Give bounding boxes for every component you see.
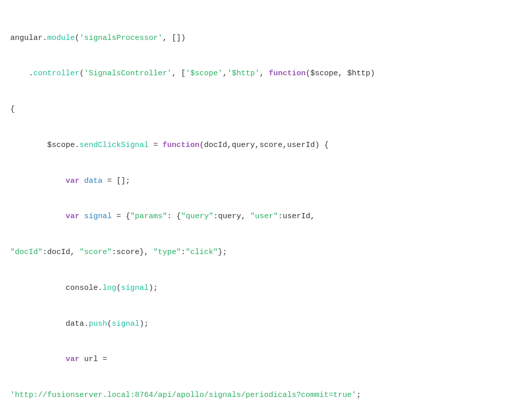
code-line: var data = []; bbox=[10, 175, 515, 187]
code-line: 'http://fusionserver.local:8764/api/apol… bbox=[10, 389, 515, 401]
code-viewer: angular.module('signalsProcessor', []) .… bbox=[10, 8, 515, 420]
code-line: console.log(signal); bbox=[10, 282, 515, 294]
code-line: angular.module('signalsProcessor', []) bbox=[10, 32, 515, 44]
code-line: var url = bbox=[10, 353, 515, 365]
code-line: $scope.sendClickSignal = function(docId,… bbox=[10, 139, 515, 151]
code-line: "docId":docId, "score":score}, "type":"c… bbox=[10, 246, 515, 258]
code-line: data.push(signal); bbox=[10, 318, 515, 330]
code-line: .controller('SignalsController', ['$scop… bbox=[10, 68, 515, 79]
code-line: { bbox=[10, 103, 515, 115]
code-line: var signal = {"params": {"query":query, … bbox=[10, 211, 515, 222]
